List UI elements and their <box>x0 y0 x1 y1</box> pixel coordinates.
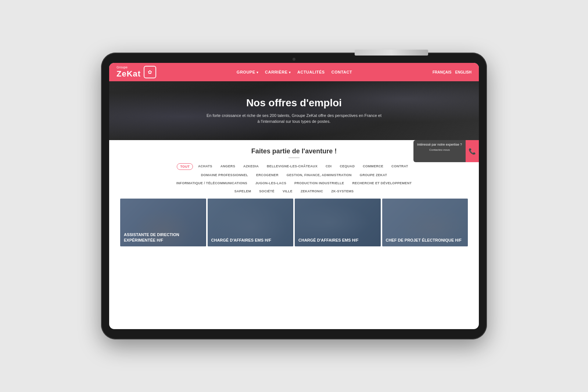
job-card-4[interactable]: CHEF DE PROJET ÉLECTRONIQUE H/F <box>382 199 468 246</box>
filter-gestion[interactable]: GESTION, FINANCE, ADMINISTRATION <box>284 172 355 178</box>
navbar: Groupe ZeKat ✿ GROUPE CARRIÈRE ACTUALITÉ… <box>109 63 479 81</box>
filter-azkedia[interactable]: AZKEDIA <box>240 163 262 170</box>
tablet-camera <box>293 58 295 61</box>
filter-commerce[interactable]: COMMERCE <box>360 163 386 170</box>
navbar-lang: FRANÇAIS ENGLISH <box>433 70 472 74</box>
filter-jugon[interactable]: JUGON-LES-LACS <box>252 180 289 186</box>
hero-title: Nos offres d'emploi <box>246 97 342 109</box>
filter-zk-systems[interactable]: ZK-SYSTEMS <box>328 188 356 194</box>
filter-ville[interactable]: VILLE <box>280 188 295 194</box>
contact-widget: Intéressé par notre expertise ? Contacte… <box>413 140 479 162</box>
job-card-1[interactable]: ASSISTANTE DE DIRECTION EXPÉRIMENTÉE H/F <box>120 199 206 246</box>
contact-bubble: Intéressé par notre expertise ? Contacte… <box>413 140 466 162</box>
filter-achats[interactable]: ACHATS <box>195 163 215 170</box>
logo-name: ZeKat <box>116 69 141 78</box>
nav-actualites[interactable]: ACTUALITÉS <box>297 70 325 74</box>
tablet-device: Groupe ZeKat ✿ GROUPE CARRIÈRE ACTUALITÉ… <box>101 53 487 339</box>
phone-icon: 📞 <box>469 148 476 155</box>
job-card-3[interactable]: CHARGÉ D'AFFAIRES EMS H/F <box>295 199 381 246</box>
hero-background <box>109 81 479 140</box>
filter-row-1: TOUT ACHATS ANGERS AZKEDIA BELLEVIGNE-LE… <box>120 163 468 170</box>
filter-production[interactable]: PRODUCTION INDUSTRIELLE <box>291 180 347 186</box>
filter-angers[interactable]: ANGERS <box>218 163 238 170</box>
filter-bellevigne[interactable]: BELLEVIGNE-LES-CHÂTEAUX <box>264 163 320 170</box>
filter-row-3: INFORMATIQUE / TÉLÉCOMMUNICATIONS JUGON-… <box>120 180 468 186</box>
nav-groupe[interactable]: GROUPE <box>237 70 258 74</box>
job-card-overlay-1: ASSISTANTE DE DIRECTION EXPÉRIMENTÉE H/F <box>120 199 206 246</box>
job-card-overlay-4: CHEF DE PROJET ÉLECTRONIQUE H/F <box>382 199 468 246</box>
filter-recherche[interactable]: RECHERCHE ET DÉVELOPPEMENT <box>349 180 415 186</box>
filter-contrat[interactable]: CONTRAT <box>388 163 411 170</box>
tablet-screen: Groupe ZeKat ✿ GROUPE CARRIÈRE ACTUALITÉ… <box>109 63 479 329</box>
filter-row-4: SAPELEM SOCIÉTÉ VILLE ZEKATRONIC ZK-SYST… <box>120 188 468 194</box>
filter-zekatronic[interactable]: ZEKATRONIC <box>298 188 326 194</box>
job-card-overlay-3: CHARGÉ D'AFFAIRES EMS H/F <box>295 199 381 246</box>
filter-domaine[interactable]: DOMAINE PROFESSIONNEL <box>198 172 251 178</box>
filter-row-2: DOMAINE PROFESSIONNEL ERCOGENER GESTION,… <box>120 172 468 178</box>
contact-link[interactable]: Contactez-nous <box>417 148 462 152</box>
nav-carriere[interactable]: CARRIÈRE <box>265 70 291 74</box>
logo-icon: ✿ <box>144 66 156 78</box>
contact-bubble-text: Intéressé par notre expertise ? <box>417 143 462 146</box>
job-cards-grid: ASSISTANTE DE DIRECTION EXPÉRIMENTÉE H/F… <box>120 199 468 246</box>
filter-societe[interactable]: SOCIÉTÉ <box>256 188 277 194</box>
navbar-nav: GROUPE CARRIÈRE ACTUALITÉS CONTACT <box>237 70 352 74</box>
job-card-title-4: CHEF DE PROJET ÉLECTRONIQUE H/F <box>386 238 462 243</box>
content-area: Intéressé par notre expertise ? Contacte… <box>109 140 479 254</box>
filter-ercogener[interactable]: ERCOGENER <box>253 172 282 178</box>
nav-contact[interactable]: CONTACT <box>331 70 352 74</box>
job-card-overlay-2: CHARGÉ D'AFFAIRES EMS H/F <box>208 199 294 246</box>
hero-section: Nos offres d'emploi En forte croissance … <box>109 81 479 140</box>
section-divider <box>288 157 300 158</box>
filter-cequad[interactable]: CEQUAD <box>337 163 358 170</box>
logo-text-area: Groupe ZeKat <box>116 66 141 79</box>
filter-informatique[interactable]: INFORMATIQUE / TÉLÉCOMMUNICATIONS <box>173 180 250 186</box>
job-card-title-2: CHARGÉ D'AFFAIRES EMS H/F <box>211 238 271 243</box>
job-card-title-1: ASSISTANTE DE DIRECTION EXPÉRIMENTÉE H/F <box>124 232 202 243</box>
lang-en[interactable]: ENGLISH <box>455 70 472 74</box>
logo-area: Groupe ZeKat ✿ <box>116 66 156 79</box>
filter-groupe-zekat[interactable]: GROUPE ZEKAT <box>357 172 390 178</box>
hero-subtitle: En forte croissance et riche de ses 200 … <box>206 113 382 125</box>
filter-cdi[interactable]: CDI <box>323 163 334 170</box>
filter-tout[interactable]: TOUT <box>177 163 193 170</box>
contact-phone-button[interactable]: 📞 <box>466 140 479 162</box>
tablet-pencil <box>355 50 428 56</box>
lang-fr[interactable]: FRANÇAIS <box>433 70 452 74</box>
logo-group-label: Groupe <box>116 66 141 69</box>
filter-sapelem[interactable]: SAPELEM <box>232 188 254 194</box>
job-card-title-3: CHARGÉ D'AFFAIRES EMS H/F <box>298 238 358 243</box>
job-card-2[interactable]: CHARGÉ D'AFFAIRES EMS H/F <box>208 199 294 246</box>
